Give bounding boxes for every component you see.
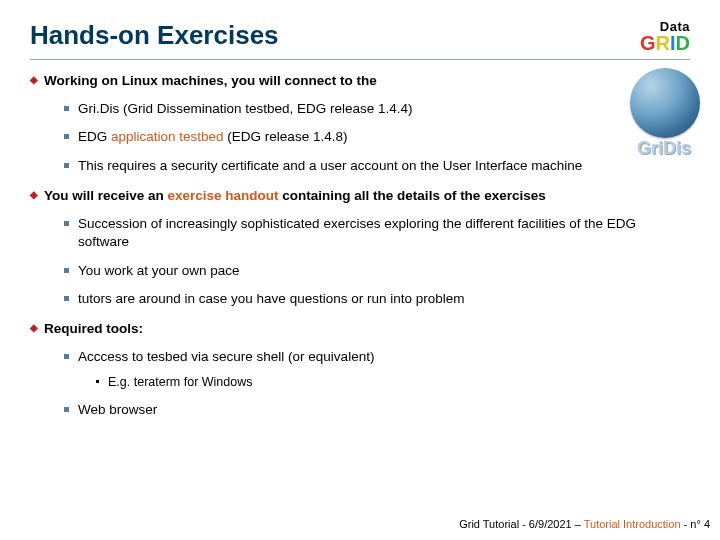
bullet-tools: Required tools: [30,320,690,338]
footer-grid-tutorial: Grid Tutorial [459,518,522,530]
bullet-handout: You will receive an exercise handout con… [30,187,690,205]
slide-body: Working on Linux machines, you will conn… [30,72,690,420]
highlight-exercise-handout: exercise handout [168,188,279,203]
subbullet-succession: Succession of increasingly sophisticated… [30,215,690,251]
divider [30,59,690,60]
footer-date: - 6/9/2021 – [522,518,584,530]
footer-section: Tutorial Introduction [584,518,681,530]
subbullet-edg-testbed: EDG application testbed (EDG release 1.4… [30,128,690,146]
highlight-application-testbed: application testbed [111,129,224,144]
subbullet-ssh: Acccess to tesbed via secure shell (or e… [30,348,690,366]
subbullet-pace: You work at your own pace [30,262,690,280]
text: You will receive an [44,188,168,203]
footer: Grid Tutorial - 6/9/2021 – Tutorial Intr… [459,518,710,530]
slide-title: Hands-on Exercises [30,20,279,51]
datagrid-logo: Data GRID [640,20,690,53]
subbullet-gridis: Gri.Dis (Grid Dissemination testbed, EDG… [30,100,690,118]
bullet-working: Working on Linux machines, you will conn… [30,72,690,90]
subsubbullet-teraterm: E.g. teraterm for Windows [30,374,690,391]
text: EDG [78,129,111,144]
footer-page: - n° 4 [681,518,710,530]
text: (EDG release 1.4.8) [224,129,348,144]
subbullet-browser: Web browser [30,401,690,419]
subbullet-tutors: tutors are around in case you have quest… [30,290,690,308]
subbullet-security: This requires a security certificate and… [30,157,690,175]
text: containing all the details of the exerci… [279,188,546,203]
logo-grid-text: GRID [640,33,690,53]
